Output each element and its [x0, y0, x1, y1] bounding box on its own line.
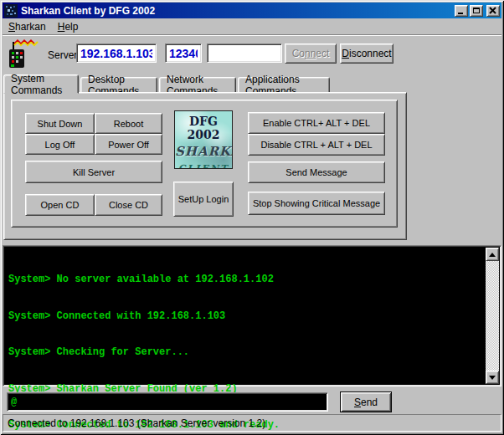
console-line: System> Checking for Server...	[8, 346, 484, 359]
maximize-button[interactable]	[470, 5, 483, 17]
minimize-button[interactable]	[455, 5, 468, 17]
title-bar: Sharkan Client by DFG 2002	[3, 3, 501, 18]
maximize-icon	[473, 8, 480, 13]
app-icon	[4, 4, 18, 18]
tab-network-commands[interactable]: Network Commands	[159, 77, 236, 93]
close-icon	[488, 7, 498, 15]
command-input[interactable]	[7, 392, 328, 412]
console-line: System> Connected with 192.168.1.103	[8, 310, 484, 323]
status-bar: Connected to 192.168.1.103 (Sharkan Serv…	[3, 414, 501, 432]
logo-image: DFG 2002 Sharkan Client	[174, 110, 233, 169]
console-line: System> No server available at 192.168.1…	[8, 274, 484, 286]
kill-server-button[interactable]: Kill Server	[25, 161, 162, 183]
logo-text-sharkan: Sharkan	[175, 144, 232, 159]
menu-sharkan[interactable]: Sharkan	[3, 19, 52, 34]
logo-text-dfg: DFG 2002	[175, 115, 232, 141]
password-input[interactable]	[207, 44, 282, 63]
server-ip-input[interactable]	[76, 44, 157, 63]
server-port-input[interactable]	[165, 44, 202, 63]
stop-showing-critical-message-button[interactable]: Stop Showing Critical Message	[248, 192, 385, 215]
logo-text-client: Client	[175, 163, 232, 169]
arrow-down-icon	[489, 376, 496, 380]
tab-system-commands[interactable]: System Commands	[3, 74, 79, 94]
send-button[interactable]: Send	[340, 392, 392, 412]
close-cd-button[interactable]: Close CD	[95, 194, 162, 216]
server-label: Server	[48, 49, 77, 61]
enable-ctrl-alt-del-button[interactable]: Enable CTRL+ ALT + DEL	[248, 112, 385, 134]
menu-bar: Sharkan Help	[3, 18, 501, 34]
disconnect-button[interactable]: Disconnect	[340, 44, 393, 64]
arrow-up-icon	[489, 253, 496, 257]
log-off-button[interactable]: Log Off	[25, 134, 95, 155]
toolbar: Server Connect Disconnect	[3, 34, 501, 74]
console-scrollbar[interactable]	[486, 248, 499, 384]
app-window: Sharkan Client by DFG 2002 Sharkan Help …	[0, 0, 504, 435]
setup-login-button[interactable]: SetUp Login	[173, 182, 234, 217]
close-button[interactable]	[486, 5, 500, 17]
open-cd-button[interactable]: Open CD	[25, 194, 95, 216]
transmitter-icon	[8, 38, 41, 70]
reboot-button[interactable]: Reboot	[95, 113, 162, 134]
scrollbar-down-button[interactable]	[486, 371, 499, 384]
shut-down-button[interactable]: Shut Down	[25, 113, 95, 134]
console-log: System> No server available at 192.168.1…	[3, 245, 501, 386]
tab-applications-commands[interactable]: Applications Commands	[238, 77, 330, 93]
disable-ctrl-alt-del-button[interactable]: Disable CTRL + ALT + DEL	[248, 134, 385, 156]
minimize-icon	[458, 13, 463, 14]
menu-help[interactable]: Help	[52, 19, 85, 34]
send-message-button[interactable]: Send Message	[248, 161, 385, 183]
tab-desktop-commands[interactable]: Desktop Commands	[80, 77, 157, 93]
connect-button[interactable]: Connect	[285, 44, 337, 64]
scrollbar-up-button[interactable]	[486, 248, 499, 261]
window-title: Sharkan Client by DFG 2002	[21, 5, 453, 17]
status-text: Connected to 192.168.1.103 (Sharkan Serv…	[8, 417, 265, 429]
power-off-button[interactable]: Power Off	[95, 134, 162, 155]
